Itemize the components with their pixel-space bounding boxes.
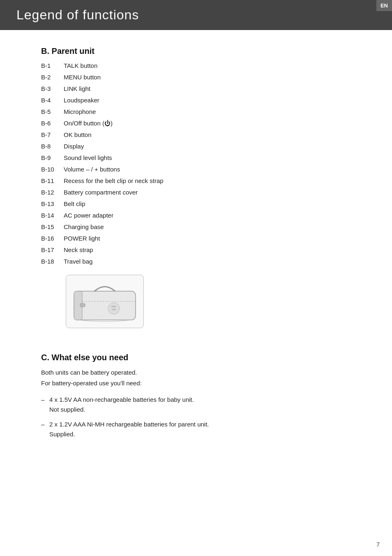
section-c-title: C. What else you need	[41, 353, 359, 362]
item-code: B-2	[41, 72, 64, 82]
item-code: B-12	[41, 188, 64, 197]
list-item: B-7OK button	[41, 130, 359, 140]
item-description: AC power adapter	[64, 211, 113, 220]
item-code: B-3	[41, 84, 64, 94]
bullet-dash: –	[41, 395, 49, 405]
bullet-text: 4 x 1.5V AA non-rechargeable batteries f…	[49, 395, 359, 415]
page-number: 7	[376, 541, 380, 548]
item-description: Sound level lights	[64, 153, 112, 163]
item-code: B-17	[41, 245, 64, 255]
item-description: Display	[64, 141, 84, 151]
item-code: B-6	[41, 118, 64, 128]
svg-rect-6	[80, 303, 85, 307]
item-code: B-9	[41, 153, 64, 163]
list-item: B-13Belt clip	[41, 199, 359, 209]
bag-svg: baby care	[70, 279, 140, 324]
item-code: B-4	[41, 95, 64, 105]
list-item: – 4 x 1.5V AA non-rechargeable batteries…	[41, 395, 359, 415]
item-code: B-13	[41, 199, 64, 209]
list-item: B-18Travel bag	[41, 257, 359, 266]
item-description: OK button	[64, 130, 92, 140]
list-item: B-3LINK light	[41, 84, 359, 94]
item-description: Neck strap	[64, 245, 93, 255]
list-item: B-17Neck strap	[41, 245, 359, 255]
list-item: B-15Charging base	[41, 222, 359, 232]
item-description: Travel bag	[64, 257, 92, 266]
travel-bag-image: baby care	[66, 275, 144, 328]
item-description: On/Off button (⏻)	[64, 118, 113, 128]
section-c: C. What else you need Both units can be …	[41, 353, 359, 439]
list-item: B-8Display	[41, 141, 359, 151]
item-code: B-18	[41, 257, 64, 266]
item-description: Recess for the belt clip or neck strap	[64, 176, 164, 186]
svg-text:baby: baby	[112, 305, 116, 308]
list-item: B-12Battery compartment cover	[41, 188, 359, 197]
list-item: B-2MENU button	[41, 72, 359, 82]
list-item: B-5Microphone	[41, 107, 359, 117]
list-item: B-6On/Off button (⏻)	[41, 118, 359, 128]
list-item: B-9Sound level lights	[41, 153, 359, 163]
language-badge: EN	[376, 0, 392, 11]
section-b: B. Parent unit B-1TALK buttonB-2MENU but…	[41, 46, 359, 328]
page-header: Legend of functions EN	[0, 0, 392, 30]
item-code: B-7	[41, 130, 64, 140]
svg-text:care: care	[112, 308, 116, 310]
bullet-dash: –	[41, 419, 49, 429]
item-code: B-11	[41, 176, 64, 186]
item-description: MENU button	[64, 72, 101, 82]
bullet-text: 2 x 1.2V AAA Ni-MH rechargeable batterie…	[49, 419, 359, 439]
section-c-line1: Both units can be battery operated.	[41, 367, 359, 378]
item-code: B-14	[41, 211, 64, 220]
page-title: Legend of functions	[16, 7, 139, 23]
item-description: Loudspeaker	[64, 95, 99, 105]
item-code: B-1	[41, 61, 64, 71]
list-item: B-1TALK button	[41, 61, 359, 71]
item-description: Battery compartment cover	[64, 188, 138, 197]
battery-list: – 4 x 1.5V AA non-rechargeable batteries…	[41, 395, 359, 439]
item-description: LINK light	[64, 84, 90, 94]
item-code: B-10	[41, 164, 64, 174]
item-description: Charging base	[64, 222, 104, 232]
item-code: B-15	[41, 222, 64, 232]
list-item: B-11Recess for the belt clip or neck str…	[41, 176, 359, 186]
item-description: Volume – / + buttons	[64, 164, 120, 174]
list-item: B-16POWER light	[41, 234, 359, 243]
item-code: B-5	[41, 107, 64, 117]
list-item: B-10Volume – / + buttons	[41, 164, 359, 174]
section-c-body: Both units can be battery operated. For …	[41, 367, 359, 388]
list-item: B-14AC power adapter	[41, 211, 359, 220]
main-content: B. Parent unit B-1TALK buttonB-2MENU but…	[0, 30, 392, 456]
list-item: – 2 x 1.2V AAA Ni-MH rechargeable batter…	[41, 419, 359, 439]
section-b-title: B. Parent unit	[41, 46, 359, 56]
item-code: B-8	[41, 141, 64, 151]
item-code: B-16	[41, 234, 64, 243]
parent-unit-list: B-1TALK buttonB-2MENU buttonB-3LINK ligh…	[41, 61, 359, 266]
item-description: POWER light	[64, 234, 100, 243]
item-description: TALK button	[64, 61, 97, 71]
item-description: Microphone	[64, 107, 96, 117]
section-c-line2: For battery-operated use you'll need:	[41, 378, 359, 389]
item-description: Belt clip	[64, 199, 85, 209]
list-item: B-4Loudspeaker	[41, 95, 359, 105]
